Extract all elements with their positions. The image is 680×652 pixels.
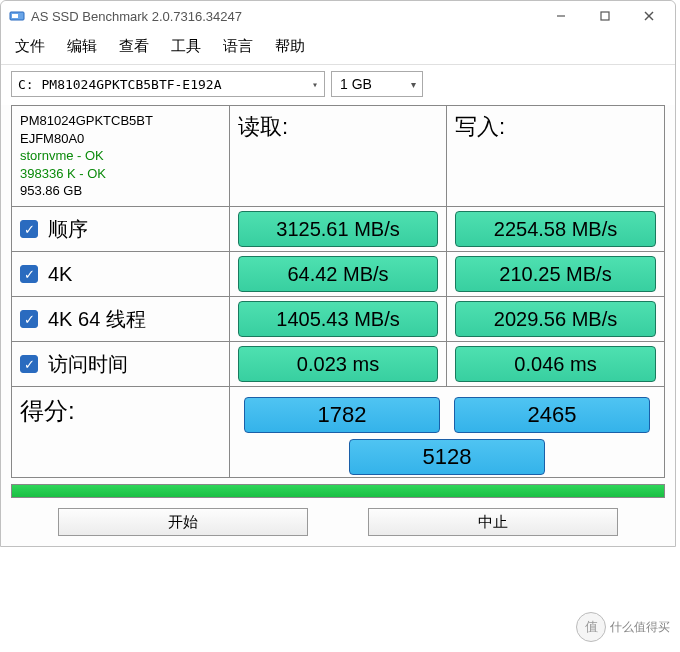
maximize-button[interactable] xyxy=(583,2,627,30)
results-grid: PM81024GPKTCB5BT EJFM80A0 stornvme - OK … xyxy=(11,105,665,478)
drive-firmware: EJFM80A0 xyxy=(20,130,153,148)
drive-info-cell: PM81024GPKTCB5BT EJFM80A0 stornvme - OK … xyxy=(12,106,230,206)
menu-tools[interactable]: 工具 xyxy=(171,37,201,56)
access-read-value: 0.023 ms xyxy=(238,346,438,382)
access-write-value: 0.046 ms xyxy=(455,346,656,382)
app-icon xyxy=(9,8,25,24)
score-write: 2465 xyxy=(454,397,650,433)
4k64-label: 4K 64 线程 xyxy=(48,306,146,333)
4k-write-value: 210.25 MB/s xyxy=(455,256,656,292)
svg-rect-1 xyxy=(12,14,18,18)
seq-label: 顺序 xyxy=(48,216,88,243)
drive-capacity: 953.86 GB xyxy=(20,182,153,200)
seq-write-value: 2254.58 MB/s xyxy=(455,211,656,247)
access-checkbox[interactable]: ✓ xyxy=(20,355,38,373)
drive-driver-status: stornvme - OK xyxy=(20,147,153,165)
watermark-text: 什么值得买 xyxy=(610,619,670,636)
4k-checkbox[interactable]: ✓ xyxy=(20,265,38,283)
score-read: 1782 xyxy=(244,397,440,433)
menu-help[interactable]: 帮助 xyxy=(275,37,305,56)
abort-button[interactable]: 中止 xyxy=(368,508,618,536)
4k-read-value: 64.42 MB/s xyxy=(238,256,438,292)
progress-bar xyxy=(11,484,665,498)
menu-edit[interactable]: 编辑 xyxy=(67,37,97,56)
read-header: 读取: xyxy=(238,112,288,142)
access-label: 访问时间 xyxy=(48,351,128,378)
drive-select[interactable]: C: PM81024GPKTCB5BTF-E192A ▾ xyxy=(11,71,325,97)
drive-model: PM81024GPKTCB5BT xyxy=(20,112,153,130)
write-header: 写入: xyxy=(455,112,505,142)
minimize-button[interactable] xyxy=(539,2,583,30)
watermark: 值 什么值得买 xyxy=(572,610,674,644)
chevron-down-icon: ▾ xyxy=(411,79,416,90)
drive-alignment-status: 398336 K - OK xyxy=(20,165,153,183)
menu-file[interactable]: 文件 xyxy=(15,37,45,56)
4k64-read-value: 1405.43 MB/s xyxy=(238,301,438,337)
progress-fill xyxy=(12,485,664,497)
menu-view[interactable]: 查看 xyxy=(119,37,149,56)
drive-select-value: C: PM81024GPKTCB5BTF-E192A xyxy=(18,77,222,92)
watermark-icon: 值 xyxy=(576,612,606,642)
size-select[interactable]: 1 GB ▾ xyxy=(331,71,423,97)
svg-rect-3 xyxy=(601,12,609,20)
menu-language[interactable]: 语言 xyxy=(223,37,253,56)
seq-read-value: 3125.61 MB/s xyxy=(238,211,438,247)
write-header-cell: 写入: xyxy=(447,106,664,206)
score-label: 得分: xyxy=(20,395,75,427)
4k64-checkbox[interactable]: ✓ xyxy=(20,310,38,328)
size-select-value: 1 GB xyxy=(340,76,372,92)
seq-checkbox[interactable]: ✓ xyxy=(20,220,38,238)
start-button[interactable]: 开始 xyxy=(58,508,308,536)
close-button[interactable] xyxy=(627,2,671,30)
read-header-cell: 读取: xyxy=(230,106,447,206)
4k-label: 4K xyxy=(48,263,72,286)
4k64-write-value: 2029.56 MB/s xyxy=(455,301,656,337)
score-total: 5128 xyxy=(349,439,545,475)
chevron-down-icon: ▾ xyxy=(312,79,318,90)
window-title: AS SSD Benchmark 2.0.7316.34247 xyxy=(31,9,539,24)
